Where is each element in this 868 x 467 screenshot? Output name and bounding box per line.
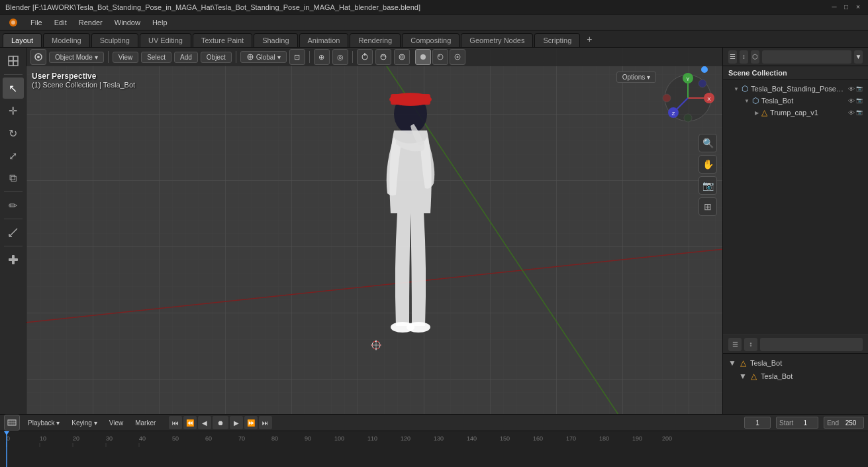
solid-mode[interactable] xyxy=(415,49,431,65)
xray-toggle[interactable] xyxy=(394,49,410,65)
tab-sculpting[interactable]: Sculpting xyxy=(91,33,138,47)
outliner-filter-toggle[interactable]: ▼ xyxy=(854,50,863,64)
viewport-options-button[interactable]: Options ▾ xyxy=(616,72,656,83)
outliner-filter-icon[interactable]: ☰ xyxy=(728,50,737,64)
svg-text:130: 130 xyxy=(434,435,444,442)
next-keyframe-button[interactable]: ⏩ xyxy=(244,416,258,429)
prop-item-tesla-bot-1[interactable]: ▼ △ Tesla_Bot xyxy=(728,356,863,370)
frame-counter: Start End xyxy=(744,417,864,429)
prop-search-input[interactable] xyxy=(760,338,863,351)
end-label: End xyxy=(827,419,839,427)
toggle-mode-icon[interactable]: ⊞ xyxy=(699,197,717,216)
close-button[interactable]: × xyxy=(853,3,863,12)
outliner-sort-icon[interactable]: ↕ xyxy=(740,50,748,64)
tool-move[interactable]: ✛ xyxy=(3,100,24,121)
tab-geometry-nodes[interactable]: Geometry Nodes xyxy=(461,33,533,47)
tab-animation[interactable]: Animation xyxy=(299,33,349,47)
end-frame-input[interactable] xyxy=(841,417,861,429)
outliner-search-input[interactable] xyxy=(762,50,851,64)
start-frame-input[interactable] xyxy=(795,417,815,429)
visibility-icon-2[interactable]: 👁 xyxy=(848,97,855,105)
menu-render[interactable]: Render xyxy=(73,17,108,28)
tool-measure[interactable] xyxy=(3,222,24,243)
navigation-gizmo[interactable]: X Y Z xyxy=(661,72,714,125)
object-menu[interactable]: Object xyxy=(201,52,232,63)
proportional-edit[interactable]: ◎ xyxy=(332,49,348,65)
playback-menu[interactable]: Playback ▾ xyxy=(24,418,64,428)
tool-scale[interactable]: ⤢ xyxy=(3,145,24,166)
svg-text:Z: Z xyxy=(672,111,675,117)
menu-file[interactable]: File xyxy=(25,17,48,28)
viewport[interactable]: Object Mode ▾ View Select Add Object Glo… xyxy=(26,48,722,414)
transform-pivot[interactable]: ⊡ xyxy=(289,49,305,65)
tab-compositing[interactable]: Compositing xyxy=(402,33,459,47)
minimize-button[interactable]: ─ xyxy=(830,3,839,12)
show-overlays[interactable] xyxy=(375,49,391,65)
camera-icon-2[interactable]: 📷 xyxy=(856,97,863,105)
svg-text:20: 20 xyxy=(73,435,79,442)
view-menu[interactable]: View xyxy=(113,52,139,63)
render-preview[interactable] xyxy=(450,49,465,65)
scene-collection-label: Scene Collection xyxy=(723,66,868,80)
menu-bar: File Edit Render Window Help xyxy=(0,15,868,30)
maximize-button[interactable]: □ xyxy=(842,3,851,12)
tool-transform[interactable]: ⧉ xyxy=(3,168,24,189)
prev-keyframe-button[interactable]: ⏪ xyxy=(183,416,197,429)
tab-shading[interactable]: Shading xyxy=(254,33,297,47)
tool-rotate[interactable]: ↻ xyxy=(3,123,24,144)
outliner-item-tesla-bot[interactable]: ▼ ⬡ Tesla_Bot 👁 📷 xyxy=(723,95,868,107)
prop-item-tesla-bot-2[interactable]: ▼ △ Tesla_Bot xyxy=(728,370,863,383)
tool-cursor[interactable]: ↖ xyxy=(3,78,24,99)
outliner-item-trump-cap[interactable]: ▶ △ Trump_cap_v1 👁 📷 xyxy=(723,107,868,119)
play-button[interactable]: ⏺ xyxy=(213,416,228,429)
timeline-view-menu[interactable]: View xyxy=(105,418,128,428)
material-preview[interactable] xyxy=(432,49,448,65)
menu-help[interactable]: Help xyxy=(147,17,173,28)
show-gizmo[interactable] xyxy=(357,49,373,65)
keying-menu[interactable]: Keying ▾ xyxy=(68,418,101,428)
tool-selection-box[interactable] xyxy=(3,50,24,72)
tab-modeling[interactable]: Modeling xyxy=(43,33,90,47)
jump-end-button[interactable]: ⏭ xyxy=(259,416,272,429)
visibility-icon-3[interactable]: 👁 xyxy=(848,109,855,117)
svg-text:X: X xyxy=(707,96,711,102)
prev-frame-button[interactable]: ◀ xyxy=(198,416,211,429)
add-menu[interactable]: Add xyxy=(174,52,198,63)
tool-add[interactable] xyxy=(3,249,24,270)
tab-uv-editing[interactable]: UV Editing xyxy=(140,33,191,47)
outliner-highlight-icon[interactable]: ⬡ xyxy=(751,50,759,64)
prop-sort-icon[interactable]: ↕ xyxy=(744,338,757,351)
next-frame-button[interactable]: ▶ xyxy=(230,416,243,429)
menu-window[interactable]: Window xyxy=(109,17,146,28)
menu-blender[interactable] xyxy=(3,16,24,29)
snap-toggle[interactable]: ⊕ xyxy=(314,49,330,65)
timeline-type-icon[interactable] xyxy=(4,415,20,431)
outliner-item-collection-main[interactable]: ▼ ⬡ Tesla_Bot_Standing_Pose_in_... 👁 📷 xyxy=(723,83,868,95)
prop-filter-icon[interactable]: ☰ xyxy=(728,338,742,351)
timeline-track[interactable]: 0 10 20 30 40 50 60 70 80 90 100 110 120… xyxy=(0,431,868,467)
tab-texture-paint[interactable]: Texture Paint xyxy=(193,33,252,47)
camera-icon-1[interactable]: 📷 xyxy=(856,85,863,93)
marker-menu[interactable]: Marker xyxy=(131,418,160,428)
camera-icon-3[interactable]: 📷 xyxy=(856,109,863,117)
transform-orientation[interactable]: Global ▾ xyxy=(240,51,287,63)
add-workspace-button[interactable]: + xyxy=(581,31,597,47)
mesh-icon-rb-1: △ xyxy=(740,358,746,368)
visibility-icon-1[interactable]: 👁 xyxy=(848,85,855,93)
jump-start-button[interactable]: ⏮ xyxy=(169,416,182,429)
svg-text:50: 50 xyxy=(172,435,179,442)
zoom-to-fit[interactable]: 🔍 xyxy=(699,134,717,152)
tab-scripting[interactable]: Scripting xyxy=(534,33,580,47)
current-frame-input[interactable] xyxy=(744,417,771,429)
svg-text:Y: Y xyxy=(686,76,690,82)
viewport-type-icon[interactable] xyxy=(30,49,46,65)
toggle-camera-view[interactable]: ✋ xyxy=(699,155,717,174)
object-mode-dropdown[interactable]: Object Mode ▾ xyxy=(49,52,104,63)
menu-edit[interactable]: Edit xyxy=(49,17,72,28)
tab-layout[interactable]: Layout xyxy=(3,33,42,47)
tab-rendering[interactable]: Rendering xyxy=(350,33,401,47)
3d-cursor[interactable] xyxy=(371,340,379,348)
select-menu[interactable]: Select xyxy=(141,52,171,63)
toggle-render[interactable]: 📷 xyxy=(699,176,717,195)
tool-annotate[interactable]: ✏ xyxy=(3,195,24,216)
